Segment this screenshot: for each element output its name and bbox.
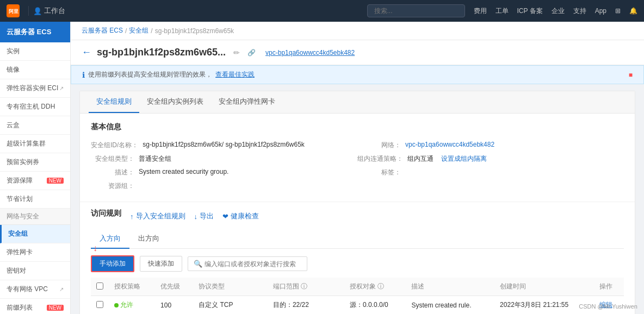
sidebar-item-eni[interactable]: 弹性网卡	[0, 243, 70, 262]
th-auth-obj: 授权对象 ⓘ	[344, 278, 406, 296]
global-search-input[interactable]	[367, 4, 465, 17]
rules-search-input[interactable]	[205, 260, 301, 268]
breadcrumb-current: sg-bp1bjnk1f2ps8zm6w65k	[155, 27, 234, 35]
basic-info-section: 基本信息 安全组ID/名称： sg-bp1bjnk1f2ps8zm6w65k/ …	[80, 114, 635, 202]
info-icon: ℹ	[82, 71, 85, 79]
arrow-add-annotation: ↓	[93, 243, 97, 253]
support-link[interactable]: 支持	[573, 7, 586, 16]
sidebar-title: 云服务器 ECS	[0, 22, 70, 42]
row1-port: 目的：22/22	[268, 296, 344, 315]
logo-icon: 阿里云	[7, 4, 20, 17]
basic-info-grid: 安全组ID/名称： sg-bp1bjnk1f2ps8zm6w65k/ sg-bp…	[91, 139, 624, 193]
allow-dot-icon	[114, 303, 119, 307]
add-manual-button[interactable]: 手动添加	[91, 255, 134, 272]
vpc-link[interactable]: vpc-bp1qa6owwcc4kd5ebk482	[265, 49, 355, 56]
info-row-type: 安全组类型： 普通安全组	[91, 152, 357, 166]
subnav-eni[interactable]: 安全组内弹性网卡	[211, 91, 283, 113]
sidebar-item-image[interactable]: 镜像	[0, 61, 70, 79]
row1-strategy: 允许	[109, 296, 155, 315]
table-row: 允许 100 自定义 TCP 目的：22/22 源：0.0.0.0/0 Syst…	[91, 296, 624, 315]
breadcrumb-security-group[interactable]: 安全组	[129, 26, 148, 35]
sidebar-item-cloud-box[interactable]: 云盒	[0, 116, 70, 135]
export-rules-link[interactable]: ↓ 导出	[194, 211, 214, 221]
sidebar: 云服务器 ECS 实例 镜像 弹性容器实例 ECI ↗ 专有宿主机 DDH 云盒…	[0, 22, 71, 314]
tab-outbound[interactable]: 出方向	[129, 229, 168, 249]
info-left-col: 安全组ID/名称： sg-bp1bjnk1f2ps8zm6w65k/ sg-bp…	[91, 139, 357, 193]
row1-auth: 源：0.0.0.0/0	[344, 296, 406, 315]
main-content: 云服务器 ECS / 安全组 / sg-bp1bjnk1f2ps8zm6w65k…	[71, 22, 644, 314]
fee-link[interactable]: 费用	[474, 7, 487, 16]
sidebar-item-security-group[interactable]: 安全组	[0, 225, 70, 243]
page-header: ← sg-bp1bjnk1f2ps8zm6w65... ✏ 🔗 vpc-bp1q…	[71, 40, 644, 65]
enterprise-link[interactable]: 企业	[552, 7, 565, 16]
content-panel: 安全组规则 安全组内实例列表 安全组内弹性网卡 基本信息 安全组ID/名称： s…	[79, 91, 635, 314]
best-practice-link[interactable]: 查看最佳实践	[215, 70, 255, 79]
sidebar-item-vpc[interactable]: 专有网络 VPC ↗	[0, 280, 70, 299]
info-row-resource: 资源组：	[91, 179, 357, 193]
info-banner: ℹ 使用前缀列表提高安全组规则管理的效果， 查看最佳实践 ■	[71, 65, 644, 84]
row1-priority: 100	[155, 296, 193, 315]
th-port: 端口范围 ⓘ	[268, 278, 344, 296]
sidebar-item-ddh[interactable]: 专有宿主机 DDH	[0, 98, 70, 116]
health-check-link[interactable]: ❤ 健康检查	[222, 211, 259, 221]
sidebar-item-keypair[interactable]: 密钥对	[0, 262, 70, 280]
external-link-icon: ↗	[59, 85, 64, 91]
svg-text:阿里云: 阿里云	[9, 9, 18, 14]
breadcrumb-ecs[interactable]: 云服务器 ECS	[82, 26, 123, 35]
info-banner-text: 使用前缀列表提高安全组规则管理的效果，	[88, 70, 212, 79]
divider-icon: 🔗	[247, 49, 256, 56]
bell-icon[interactable]: 🔔	[629, 7, 637, 15]
ticket-link[interactable]: 工单	[496, 7, 509, 16]
sidebar-item-savings[interactable]: 节省计划	[0, 190, 70, 209]
icp-link[interactable]: ICP 备案	[517, 7, 543, 16]
row1-desc: System created rule.	[406, 296, 494, 315]
info-right-col: 网络： vpc-bp1qa6owwcc4kd5ebk482 组内连通策略： 组内…	[357, 139, 624, 193]
person-icon: 👤	[33, 7, 42, 15]
info-row-network: 网络： vpc-bp1qa6owwcc4kd5ebk482	[357, 139, 624, 152]
th-protocol: 协议类型	[193, 278, 268, 296]
th-action: 操作	[594, 278, 624, 296]
row1-checkbox[interactable]	[96, 301, 103, 308]
edit-title-icon[interactable]: ✏	[233, 48, 240, 57]
import-rules-link[interactable]: ↑ 导入安全组规则	[130, 211, 185, 221]
select-all-checkbox[interactable]	[96, 282, 103, 290]
app-link[interactable]: App	[595, 7, 606, 15]
info-row-tag: 标签：	[357, 166, 624, 179]
subnav-instances[interactable]: 安全组内实例列表	[139, 91, 211, 113]
sidebar-item-hpc[interactable]: 超级计算集群	[0, 135, 70, 153]
access-rules-title: 访问规则	[91, 209, 121, 218]
main-layout: 云服务器 ECS 实例 镜像 弹性容器实例 ECI ↗ 专有宿主机 DDH 云盒…	[0, 22, 644, 314]
sidebar-item-resource[interactable]: 资源保障 NEW	[0, 172, 70, 190]
row1-check	[91, 296, 109, 315]
top-nav-right: 费用 工单 ICP 备案 企业 支持 App ⊞ 🔔	[367, 4, 637, 17]
import-icon: ↑	[130, 212, 134, 221]
info-row-policy: 组内连通策略： 组内互通 设置成组内隔离	[357, 152, 624, 166]
grid-icon: ⊞	[615, 7, 621, 15]
subnav-rules[interactable]: 安全组规则	[89, 91, 139, 113]
new-badge-prefix: NEW	[47, 305, 64, 311]
add-quick-button[interactable]: 快速添加	[140, 256, 182, 272]
table-header-row: 授权策略 优先级 协议类型 端口范围 ⓘ 授权对象 ⓘ 描述 创建时间 操作	[91, 278, 624, 296]
vpc-external-icon: ↗	[59, 286, 64, 292]
basic-info-title: 基本信息	[91, 122, 624, 132]
direction-tabs: 入方向 出方向	[91, 229, 624, 249]
th-desc: 描述	[406, 278, 494, 296]
th-checkbox	[91, 278, 109, 296]
sidebar-item-instance[interactable]: 实例	[0, 42, 70, 61]
info-banner-close[interactable]: ■	[629, 71, 633, 79]
top-navigation: 阿里云 👤 工作台 费用 工单 ICP 备案 企业 支持 App ⊞ 🔔	[0, 0, 644, 22]
workbench-nav[interactable]: 👤 工作台	[28, 6, 70, 16]
sidebar-item-reserved[interactable]: 预留实例券	[0, 153, 70, 172]
info-row-id: 安全组ID/名称： sg-bp1bjnk1f2ps8zm6w65k/ sg-bp…	[91, 139, 357, 152]
sidebar-item-prefix[interactable]: 前缀列表 NEW	[0, 299, 70, 314]
breadcrumb: 云服务器 ECS / 安全组 / sg-bp1bjnk1f2ps8zm6w65k	[71, 22, 644, 40]
search-icon: 🔍	[194, 260, 202, 268]
sub-navigation: 安全组规则 安全组内实例列表 安全组内弹性网卡	[80, 91, 635, 114]
th-strategy: 授权策略	[109, 278, 155, 296]
sidebar-item-eci[interactable]: 弹性容器实例 ECI ↗	[0, 79, 70, 98]
sidebar-section-network: 网络与安全	[0, 209, 70, 225]
rules-table: 授权策略 优先级 协议类型 端口范围 ⓘ 授权对象 ⓘ 描述 创建时间 操作	[91, 278, 624, 314]
back-button[interactable]: ←	[82, 47, 91, 58]
set-isolation-link[interactable]: 设置成组内隔离	[441, 154, 487, 164]
logo[interactable]: 阿里云	[7, 4, 20, 17]
